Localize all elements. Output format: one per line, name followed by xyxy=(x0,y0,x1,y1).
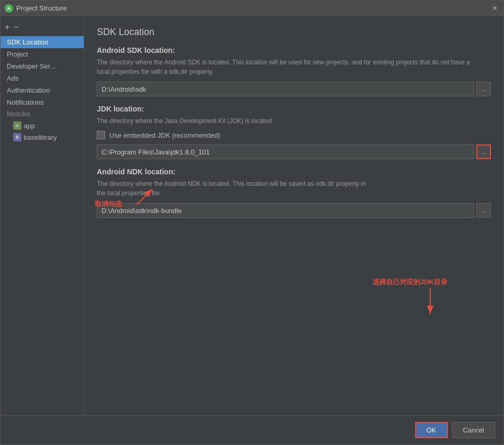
baselibrary-module-label: baselibrary xyxy=(24,134,57,141)
jdk-input-row: ... xyxy=(97,144,491,159)
sidebar-item-sdk-location[interactable]: SDK Location xyxy=(1,36,84,48)
android-sdk-browse-button[interactable]: ... xyxy=(476,82,491,96)
sidebar-item-app[interactable]: A app xyxy=(1,120,84,131)
app-icon: A xyxy=(5,4,13,13)
sidebar: + − SDK Location Project Developer Ser..… xyxy=(1,16,84,415)
modules-section-label: Modules xyxy=(1,108,84,120)
jdk-description: The directory where the Java Development… xyxy=(97,116,491,126)
select-jdk-label: 选择自己对应的JDK目录 xyxy=(373,277,447,287)
jdk-input[interactable] xyxy=(97,144,474,159)
dialog-body: + − SDK Location Project Developer Ser..… xyxy=(1,16,503,415)
android-ndk-input-row: ... xyxy=(97,203,491,218)
jdk-checkbox-row: Use embedded JDK (recommended) xyxy=(97,131,491,139)
sidebar-item-baselibrary[interactable]: B baselibrary xyxy=(1,131,84,143)
sidebar-item-developer-services[interactable]: Developer Ser... xyxy=(1,60,84,72)
ok-button[interactable]: OK xyxy=(415,422,448,438)
android-ndk-input[interactable] xyxy=(97,203,474,218)
android-sdk-input[interactable] xyxy=(97,82,474,96)
app-module-icon: A xyxy=(13,121,21,130)
project-structure-dialog: A Project Structure × + − SDK Location P… xyxy=(0,0,504,445)
window-title: Project Structure xyxy=(16,4,490,12)
sidebar-item-ads[interactable]: Ads xyxy=(1,72,84,84)
embedded-jdk-label: Use embedded JDK (recommended) xyxy=(109,131,220,139)
android-sdk-label: Android SDK location: xyxy=(97,46,491,54)
add-button[interactable]: + xyxy=(5,23,9,32)
close-button[interactable]: × xyxy=(490,4,499,13)
sidebar-toolbar: + − xyxy=(1,20,84,36)
arrow-svg-2 xyxy=(388,288,472,330)
main-content: SDK Location Android SDK location: The d… xyxy=(84,16,503,415)
dialog-footer: OK Cancel xyxy=(1,415,503,444)
page-title: SDK Location xyxy=(97,27,491,38)
jdk-label: JDK location: xyxy=(97,105,491,113)
sidebar-item-project[interactable]: Project xyxy=(1,48,84,60)
android-sdk-description: The directory where the Android SDK is l… xyxy=(97,58,491,76)
app-icon-letter: A xyxy=(7,6,11,11)
android-ndk-label: Android NDK location: xyxy=(97,168,491,176)
app-module-label: app xyxy=(24,122,35,130)
jdk-browse-button[interactable]: ... xyxy=(476,144,491,159)
android-ndk-description: The directory where the Android NDK is l… xyxy=(97,179,491,198)
android-sdk-input-row: ... xyxy=(97,82,491,96)
sidebar-item-notifications[interactable]: Notifications xyxy=(1,96,84,108)
cancel-button[interactable]: Cancel xyxy=(452,422,495,438)
select-jdk-annotation: 选择自己对应的JDK目录 xyxy=(388,288,472,331)
embedded-jdk-checkbox[interactable] xyxy=(97,131,105,139)
remove-button[interactable]: − xyxy=(14,23,18,32)
title-bar: A Project Structure × xyxy=(1,1,503,16)
baselibrary-module-icon: B xyxy=(13,133,21,141)
sidebar-item-authentication[interactable]: Authentication xyxy=(1,84,84,96)
android-ndk-browse-button[interactable]: ... xyxy=(476,203,491,218)
